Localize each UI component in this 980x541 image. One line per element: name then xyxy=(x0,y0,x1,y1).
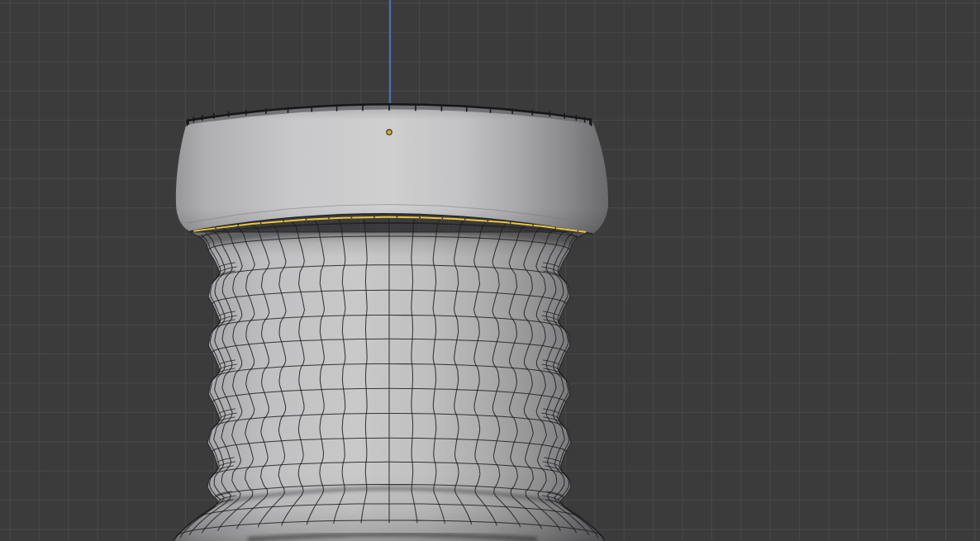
viewport-scene xyxy=(0,0,980,541)
mesh-cap[interactable] xyxy=(176,104,608,234)
3d-viewport[interactable] xyxy=(0,0,980,541)
origin-dot xyxy=(387,130,392,135)
object-origin-point[interactable] xyxy=(387,130,392,135)
